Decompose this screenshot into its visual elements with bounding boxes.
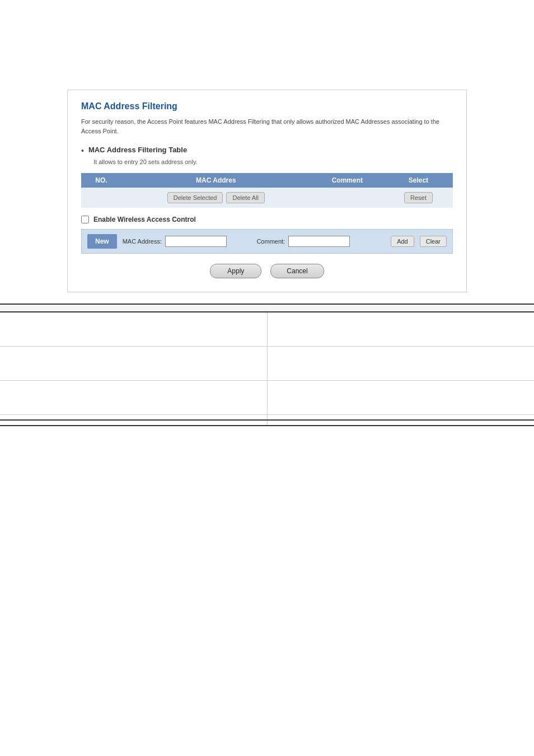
- table-row: [0, 415, 534, 421]
- bottom-cell-4-2: [267, 415, 534, 421]
- mac-address-label: MAC Address:: [123, 238, 162, 245]
- bullet-icon: •: [81, 146, 84, 155]
- panel-title: MAC Address Filtering: [81, 101, 453, 111]
- reset-button[interactable]: Reset: [404, 192, 433, 203]
- bottom-col2-header: [267, 304, 534, 312]
- comment-field-group: Comment:: [256, 236, 385, 247]
- table-row: [0, 347, 534, 381]
- comment-input[interactable]: [288, 236, 350, 247]
- table-buttons: Delete Selected Delete All: [127, 192, 305, 203]
- form-actions: Apply Cancel: [81, 264, 453, 278]
- bottom-cell-5-2: [267, 420, 534, 426]
- bottom-cell-3-2: [267, 381, 534, 415]
- table-header-row: NO. MAC Addres Comment Select: [81, 173, 453, 188]
- bottom-table-header: [0, 304, 534, 312]
- bottom-cell-4-1: [0, 415, 267, 421]
- delete-selected-button[interactable]: Delete Selected: [167, 192, 223, 203]
- table-cell-no: [81, 188, 121, 208]
- bottom-cell-5-1: [0, 420, 267, 426]
- delete-all-button[interactable]: Delete All: [226, 192, 264, 203]
- bottom-cell-2-1: [0, 347, 267, 381]
- new-label: New: [87, 234, 117, 249]
- bottom-cell-2-2: [267, 347, 534, 381]
- panel-description: For security reason, the Access Point fe…: [81, 117, 453, 136]
- mac-filtering-panel: MAC Address Filtering For security reaso…: [67, 90, 467, 292]
- bottom-table-area: [0, 304, 534, 426]
- mac-table: NO. MAC Addres Comment Select Delete Sel…: [81, 173, 453, 208]
- table-row: [0, 312, 534, 347]
- bottom-col1-header: [0, 304, 267, 312]
- page-wrapper: MAC Address Filtering For security reaso…: [0, 90, 534, 756]
- col-mac: MAC Addres: [121, 173, 311, 188]
- enable-access-control-checkbox[interactable]: [81, 216, 89, 223]
- cancel-button[interactable]: Cancel: [270, 264, 324, 278]
- table-cell-mac: Delete Selected Delete All: [121, 188, 311, 208]
- table-cell-select: Reset: [384, 188, 453, 208]
- bottom-table: [0, 304, 534, 426]
- table-cell-comment: [311, 188, 384, 208]
- mac-field-group: MAC Address:: [123, 236, 251, 247]
- section-subtitle: It allows to entry 20 sets address only.: [93, 158, 453, 165]
- access-control-label: Enable Wireless Access Control: [93, 216, 196, 223]
- col-no: NO.: [81, 173, 121, 188]
- new-entry-row: New MAC Address: Comment: Add Clear: [81, 229, 453, 254]
- col-comment: Comment: [311, 173, 384, 188]
- bottom-cell-3-1: [0, 381, 267, 415]
- add-button[interactable]: Add: [391, 236, 414, 247]
- mac-address-input[interactable]: [165, 236, 227, 247]
- access-control-row: Enable Wireless Access Control: [81, 216, 453, 223]
- comment-label: Comment:: [256, 238, 285, 245]
- bottom-cell-1-2: [267, 312, 534, 347]
- apply-button[interactable]: Apply: [210, 264, 261, 278]
- col-select: Select: [384, 173, 453, 188]
- bottom-cell-1-1: [0, 312, 267, 347]
- table-row: [0, 381, 534, 415]
- section-title: MAC Address Filtering Table: [88, 146, 187, 154]
- table-row: [0, 420, 534, 426]
- clear-button[interactable]: Clear: [420, 236, 447, 247]
- section-header: • MAC Address Filtering Table: [81, 146, 453, 155]
- table-row: Delete Selected Delete All Reset: [81, 188, 453, 208]
